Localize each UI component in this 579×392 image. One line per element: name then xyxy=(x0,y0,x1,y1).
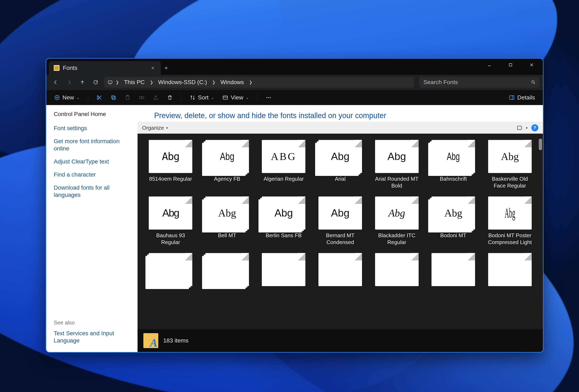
new-label: New xyxy=(63,94,74,101)
more-button[interactable] xyxy=(262,92,275,103)
font-thumbnail xyxy=(318,253,362,286)
search-input[interactable] xyxy=(423,79,529,86)
sidebar-link[interactable]: Get more font information online xyxy=(54,135,130,154)
font-name: Baskerville Old Face Regular xyxy=(486,175,534,189)
maximize-button[interactable] xyxy=(501,59,520,71)
close-button[interactable] xyxy=(522,59,542,71)
breadcrumb-item[interactable]: This PC xyxy=(122,78,147,87)
font-item[interactable] xyxy=(316,253,365,289)
delete-button[interactable] xyxy=(163,92,177,103)
share-icon xyxy=(153,95,159,101)
search-icon[interactable] xyxy=(531,80,536,85)
minimize-button[interactable] xyxy=(479,59,499,71)
cut-button[interactable] xyxy=(93,92,106,103)
new-tab-button[interactable] xyxy=(161,61,172,75)
nav-row: ❯ This PC ❯ Windows-SSD (C:) ❯ Windows ❯ xyxy=(46,75,543,90)
forward-button[interactable] xyxy=(63,77,75,87)
breadcrumb-item[interactable]: Windows xyxy=(218,78,246,87)
font-item[interactable] xyxy=(146,253,195,289)
sidebar-link[interactable]: Font settings xyxy=(54,122,130,134)
tab-close-button[interactable] xyxy=(150,65,156,71)
details-pane-icon xyxy=(509,95,515,101)
font-item[interactable]: AbgBodoni MT Poster Compressed Light xyxy=(485,196,535,245)
search-box[interactable] xyxy=(419,77,540,88)
rename-icon xyxy=(139,95,145,101)
font-item[interactable]: AbgBernard MT Condensed xyxy=(316,196,365,245)
sort-label: Sort xyxy=(198,94,209,101)
chevron-right-icon[interactable]: ❯ xyxy=(211,80,217,85)
sidebar-link[interactable]: Find a character xyxy=(54,169,130,180)
svg-rect-6 xyxy=(112,97,115,100)
plus-circle-icon xyxy=(54,95,60,101)
font-item[interactable] xyxy=(372,253,422,289)
font-thumbnail: Abg xyxy=(262,196,305,229)
pc-icon xyxy=(108,80,113,85)
font-item[interactable]: AbgAgency FB xyxy=(203,140,252,189)
font-item[interactable] xyxy=(259,253,308,289)
font-name: Bell MT xyxy=(218,232,236,239)
tab-title: Fonts xyxy=(63,65,77,71)
sidebar-home[interactable]: Control Panel Home xyxy=(54,111,130,117)
font-item[interactable]: AbgArial Rounded MT Bold xyxy=(372,140,422,189)
share-button[interactable] xyxy=(149,92,162,103)
page-title: Preview, delete, or show and hide the fo… xyxy=(138,105,543,122)
status-bar: 183 items xyxy=(138,329,543,352)
sidebar-link[interactable]: Adjust ClearType text xyxy=(54,156,130,167)
font-item[interactable]: ABGAlgerian Regular xyxy=(259,140,308,189)
view-icon xyxy=(222,95,228,101)
sort-button[interactable]: Sort ⌄ xyxy=(186,92,218,103)
rename-button[interactable] xyxy=(135,92,148,103)
font-thumbnail xyxy=(488,253,532,286)
font-thumbnail: Abg xyxy=(318,140,362,173)
scrollbar-thumb[interactable] xyxy=(539,139,542,150)
paste-button[interactable] xyxy=(121,92,134,103)
svg-point-12 xyxy=(266,97,267,98)
font-item[interactable]: AbgBlackadder ITC Regular xyxy=(372,196,422,245)
breadcrumb-item[interactable]: Windows-SSD (C:) xyxy=(156,78,209,87)
help-button[interactable]: ? xyxy=(531,124,538,131)
copy-button[interactable] xyxy=(107,92,120,103)
font-item[interactable] xyxy=(485,253,535,289)
view-button[interactable]: View ⌄ xyxy=(219,92,252,103)
font-item[interactable]: AbgBerlin Sans FB xyxy=(259,196,308,245)
font-item[interactable] xyxy=(203,253,252,289)
details-button[interactable]: Details xyxy=(505,92,539,103)
breadcrumb[interactable]: ❯ This PC ❯ Windows-SSD (C:) ❯ Windows ❯ xyxy=(104,77,414,88)
chevron-right-icon[interactable]: ❯ xyxy=(248,80,254,85)
chevron-right-icon[interactable]: ❯ xyxy=(114,80,120,85)
font-grid[interactable]: Abg8514oem RegularAbgAgency FBABGAlgeria… xyxy=(138,134,543,352)
organize-button[interactable]: Organize ▾ xyxy=(142,125,168,131)
chevron-down-icon: ⌄ xyxy=(211,95,214,100)
tab-fonts[interactable]: Fonts xyxy=(49,61,161,75)
scissors-icon xyxy=(96,95,102,101)
svg-rect-1 xyxy=(108,81,112,83)
font-item[interactable]: AbgBahnschrift xyxy=(429,140,478,189)
refresh-button[interactable] xyxy=(89,77,102,87)
font-thumbnail xyxy=(262,253,305,286)
font-name: Bahnschrift xyxy=(440,175,467,182)
tabs-strip: Fonts xyxy=(46,59,172,75)
font-thumbnail: Abg xyxy=(432,140,475,173)
window-controls xyxy=(479,59,542,71)
font-item[interactable] xyxy=(429,253,478,289)
layout-button[interactable] xyxy=(517,125,522,130)
back-button[interactable] xyxy=(50,77,62,87)
font-item[interactable]: AbgBauhaus 93 Regular xyxy=(146,196,195,245)
font-item[interactable]: Abg8514oem Regular xyxy=(146,140,195,189)
sidebar-link[interactable]: Text Services and Input Language xyxy=(54,328,130,346)
font-item[interactable]: AbgBodoni MT xyxy=(429,196,478,245)
new-button[interactable]: New ⌄ xyxy=(50,92,83,103)
organize-bar: Organize ▾ ▾ ? xyxy=(138,122,543,134)
font-thumbnail: ABG xyxy=(262,140,305,173)
up-button[interactable] xyxy=(76,77,89,87)
dropdown-caret-icon[interactable]: ▾ xyxy=(526,126,527,130)
font-item[interactable]: AbgBell MT xyxy=(203,196,252,245)
sidebar-link[interactable]: Download fonts for all languages xyxy=(54,182,130,201)
svg-rect-15 xyxy=(510,96,514,100)
view-label: View xyxy=(231,94,243,101)
font-item[interactable]: AbgBaskerville Old Face Regular xyxy=(485,140,535,189)
toolbar: New ⌄ xyxy=(46,90,543,105)
font-grid-wrap: Abg8514oem RegularAbgAgency FBABGAlgeria… xyxy=(138,134,543,352)
chevron-right-icon[interactable]: ❯ xyxy=(148,80,154,85)
font-item[interactable]: AbgArial xyxy=(316,140,365,189)
